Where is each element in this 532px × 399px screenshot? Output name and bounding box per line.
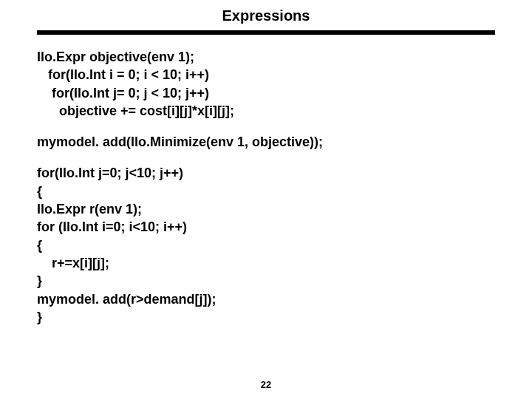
code-line: } bbox=[37, 272, 495, 290]
blank-line bbox=[37, 151, 495, 164]
code-line: Ilo.Expr r(env 1); bbox=[37, 200, 495, 218]
code-line: mymodel. add(Ilo.Minimize(env 1, objecti… bbox=[37, 133, 495, 151]
code-line: { bbox=[37, 236, 495, 254]
blank-line bbox=[37, 120, 495, 133]
code-block: Ilo.Expr objective(env 1); for(Ilo.Int i… bbox=[37, 48, 495, 326]
slide: Expressions Ilo.Expr objective(env 1); f… bbox=[0, 0, 532, 399]
title-divider bbox=[37, 30, 495, 35]
code-line: objective += cost[i][j]*x[i][j]; bbox=[37, 102, 495, 120]
code-line: mymodel. add(r>demand[j]); bbox=[37, 290, 495, 308]
code-line: for(Ilo.Int j=0; j<10; j++) bbox=[37, 164, 495, 182]
page-number: 22 bbox=[0, 379, 532, 390]
code-line: { bbox=[37, 183, 495, 200]
code-line: for(Ilo.Int j= 0; j < 10; j++) bbox=[37, 84, 495, 102]
code-line: Ilo.Expr objective(env 1); bbox=[37, 48, 495, 66]
code-line: for (Ilo.Int i=0; i<10; i++) bbox=[37, 218, 495, 236]
slide-title: Expressions bbox=[37, 7, 495, 24]
code-line: r+=x[i][j]; bbox=[37, 254, 495, 272]
code-line: for(Ilo.Int i = 0; i < 10; i++) bbox=[37, 66, 495, 83]
code-line: } bbox=[37, 308, 495, 326]
